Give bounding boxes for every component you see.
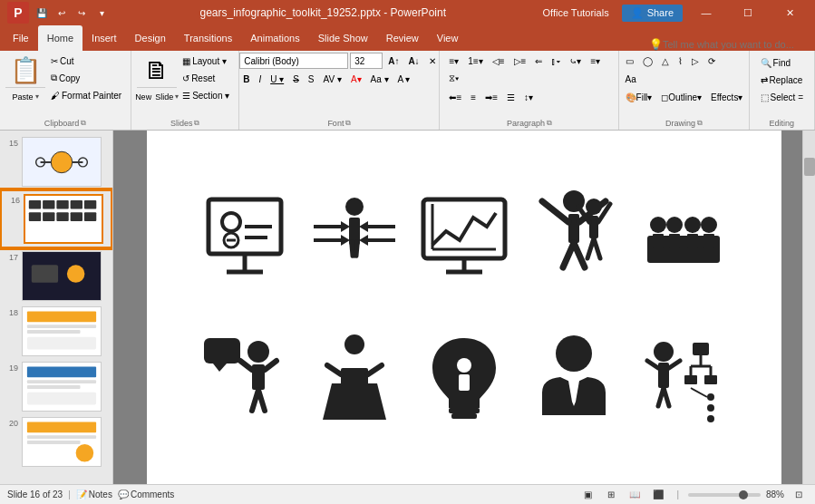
reset-btn[interactable]: ↺Reset xyxy=(179,70,233,86)
clear-format-btn[interactable]: ✕ xyxy=(425,53,440,69)
shape1[interactable]: ▭ xyxy=(622,53,637,69)
minimize-btn[interactable]: — xyxy=(688,0,724,25)
shape-effects-btn[interactable]: Effects▾ xyxy=(707,89,746,105)
decrease-indent-btn[interactable]: ◁≡ xyxy=(489,53,509,69)
tab-design[interactable]: Design xyxy=(126,25,175,51)
italic-btn[interactable]: I xyxy=(255,71,265,87)
tab-insert[interactable]: Insert xyxy=(82,25,126,51)
maximize-btn[interactable]: ☐ xyxy=(730,0,766,25)
bullets-btn[interactable]: ≡▾ xyxy=(445,53,462,69)
paragraph-expand-icon[interactable]: ⧉ xyxy=(547,119,552,128)
underline-btn[interactable]: U ▾ xyxy=(267,71,287,87)
align-center-btn[interactable]: ≡ xyxy=(467,89,480,105)
bold-btn[interactable]: B xyxy=(239,71,253,87)
tell-me-input[interactable] xyxy=(663,39,808,50)
new-slide-top[interactable]: 🗎 xyxy=(137,53,177,87)
shape2[interactable]: ◯ xyxy=(639,53,656,69)
slide-sorter-btn[interactable]: ⊞ xyxy=(602,487,620,503)
canvas-area[interactable] xyxy=(113,131,815,484)
paste-btn[interactable]: 📋 xyxy=(5,53,45,87)
change-case-btn[interactable]: Aa ▾ xyxy=(367,71,393,87)
paste-dropdown[interactable]: Paste▾ xyxy=(5,87,45,105)
rtl-btn[interactable]: ⇐ xyxy=(531,53,546,69)
smartart-btn[interactable]: ⧖▾ xyxy=(445,71,462,87)
font-expand-icon[interactable]: ⧉ xyxy=(345,119,351,128)
decrease-font-btn[interactable]: A↓ xyxy=(404,53,422,69)
replace-btn[interactable]: ⇄Replace xyxy=(757,72,807,88)
drawing-expand-icon[interactable]: ⧉ xyxy=(697,119,703,128)
zoom-thumb[interactable] xyxy=(739,490,748,499)
shape-fill-btn[interactable]: 🎨Fill▾ xyxy=(622,89,656,105)
shape-outline-btn[interactable]: ◻Outline▾ xyxy=(657,89,705,105)
slideshow-btn[interactable]: ⬛ xyxy=(649,487,667,503)
slide-panel-scroll[interactable]: 15 16 xyxy=(0,134,112,480)
slide-item-19[interactable]: 19 xyxy=(0,359,112,414)
text-direction-btn[interactable]: ⤿▾ xyxy=(566,53,585,69)
layout-btn[interactable]: ▦Layout ▾ xyxy=(179,53,233,69)
close-btn[interactable]: ✕ xyxy=(771,0,808,25)
justify-btn[interactable]: ☰ xyxy=(503,89,519,105)
tab-home[interactable]: Home xyxy=(38,25,82,51)
share-btn[interactable]: 👤 Share xyxy=(622,5,683,22)
clipboard-expand-icon[interactable]: ⧉ xyxy=(81,119,86,128)
shape5[interactable]: ▷ xyxy=(688,53,703,69)
drawing-group: ▭ ◯ △ ⌇ ▷ ⟳ Aa 🎨Fill▾ ◻Outline▾ Effects▾… xyxy=(619,51,749,130)
slide-item-17[interactable]: 17 xyxy=(0,248,112,304)
font-size-input[interactable]: 32 xyxy=(350,53,383,69)
columns-btn[interactable]: ⫿▾ xyxy=(548,53,564,69)
align-left-btn[interactable]: ⬅≡ xyxy=(445,89,465,105)
font-name-input[interactable]: Calibri (Body) xyxy=(239,53,348,69)
tab-file[interactable]: File xyxy=(4,25,38,51)
new-slide-dropdown[interactable]: New Slide ▾ xyxy=(137,87,177,105)
cut-btn[interactable]: ✂Cut xyxy=(47,53,125,69)
slide-item-15[interactable]: 15 xyxy=(0,134,112,189)
align-right-btn[interactable]: ➡≡ xyxy=(481,89,501,105)
scrollbar-thumb-v[interactable] xyxy=(804,158,815,176)
zoom-slider[interactable] xyxy=(688,493,761,497)
svg-rect-93 xyxy=(451,413,477,419)
canvas-scrollbar-v[interactable] xyxy=(802,131,815,484)
copy-btn[interactable]: ⧉Copy xyxy=(47,70,125,86)
notes-btn[interactable]: 📝 Notes xyxy=(76,489,112,499)
shape3[interactable]: △ xyxy=(658,53,673,69)
svg-marker-88 xyxy=(323,383,386,420)
save-btn[interactable]: 💾 xyxy=(33,4,51,22)
svg-rect-79 xyxy=(204,338,240,363)
font-color-btn[interactable]: A▾ xyxy=(347,71,365,87)
numbering-btn[interactable]: 1≡▾ xyxy=(464,53,486,69)
redo-btn[interactable]: ↪ xyxy=(73,4,91,22)
shape4[interactable]: ⌇ xyxy=(674,53,686,69)
find-btn[interactable]: 🔍Find xyxy=(757,54,807,71)
increase-font-btn[interactable]: A↑ xyxy=(384,53,403,69)
icon-speaker-person xyxy=(192,310,297,449)
reading-view-btn[interactable]: 📖 xyxy=(626,487,644,503)
tab-view[interactable]: View xyxy=(428,25,468,51)
comments-btn[interactable]: 💬 Comments xyxy=(118,489,174,499)
tab-animations[interactable]: Animations xyxy=(241,25,308,51)
slide-item-20[interactable]: 20 xyxy=(0,414,112,470)
increase-indent-btn[interactable]: ▷≡ xyxy=(510,53,530,69)
slide-item-18[interactable]: 18 xyxy=(0,304,112,359)
tab-review[interactable]: Review xyxy=(377,25,428,51)
arrange-btn[interactable]: ⟳ xyxy=(704,53,719,69)
select-btn[interactable]: ⬚Select = xyxy=(757,89,807,105)
format-painter-btn[interactable]: 🖌Format Painter xyxy=(47,87,125,103)
slides-expand-icon[interactable]: ⧉ xyxy=(194,119,199,128)
normal-view-btn[interactable]: ▣ xyxy=(578,487,597,503)
fit-slide-btn[interactable]: ⊡ xyxy=(790,487,808,503)
char-spacing-btn[interactable]: AV ▾ xyxy=(320,71,345,87)
strikethrough-btn[interactable]: S xyxy=(289,71,303,87)
align-text-btn[interactable]: ≡▾ xyxy=(587,53,604,69)
line-spacing-btn[interactable]: ↕▾ xyxy=(520,89,537,105)
font-color2-btn[interactable]: A ▾ xyxy=(394,71,414,87)
section-btn[interactable]: ☰Section ▾ xyxy=(179,87,233,103)
tab-transitions[interactable]: Transitions xyxy=(175,25,241,51)
slide-item-16[interactable]: 16 xyxy=(0,189,112,248)
undo-btn[interactable]: ↩ xyxy=(53,4,71,22)
office-tutorials-btn[interactable]: Office Tutorials xyxy=(535,5,616,21)
more-btn[interactable]: ▾ xyxy=(92,4,111,22)
comments-icon: 💬 xyxy=(118,489,129,499)
tab-slideshow[interactable]: Slide Show xyxy=(309,25,377,51)
quick-styles-btn[interactable]: Aa xyxy=(622,71,640,87)
shadow-btn[interactable]: S xyxy=(305,71,318,87)
